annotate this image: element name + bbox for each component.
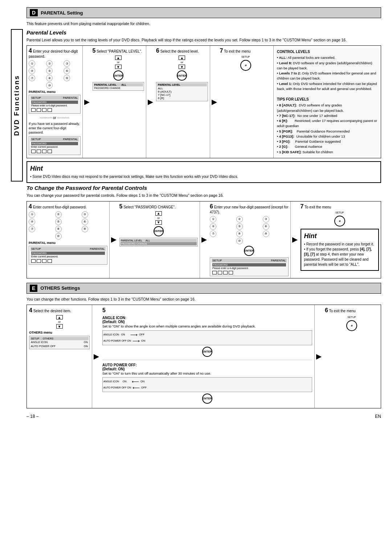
p-num9[interactable]: ⑨	[82, 226, 88, 232]
angle-off: OFF	[139, 333, 144, 336]
num0[interactable]: ⑩	[46, 82, 53, 89]
tip-adult: • 8 [ADULT]: DVD software of any grades …	[277, 103, 377, 113]
others-arrow2: ▶	[315, 305, 323, 408]
n-num8[interactable]: ⑧	[236, 231, 243, 237]
or-dots: ············ or ············	[29, 116, 81, 120]
step4-num: 4	[29, 48, 32, 54]
hint-text1: • Some DVD-Video discs may not respond t…	[30, 174, 377, 179]
n-num0[interactable]: ⑩	[236, 238, 243, 244]
down-btn3[interactable]: ▼	[155, 220, 162, 225]
step6-others-text: To exit the menu	[329, 309, 356, 313]
step6-pwd-num: 6	[210, 203, 213, 209]
num4[interactable]: ④	[29, 68, 35, 74]
auto-power-title: AUTO POWER OFF:	[102, 363, 312, 367]
num9[interactable]: ⑨	[64, 75, 70, 81]
p-num3[interactable]: ③	[82, 211, 88, 218]
angle-icon-section: ANGLE ICON: (Default: ON) Set to "ON" to…	[102, 316, 312, 357]
p-num8[interactable]: ⑧	[55, 226, 62, 232]
pwd-change-box: PARENTAL LEVEL ALL PASSWORD CHANGE	[119, 238, 198, 247]
arrow3: ▶	[210, 46, 218, 158]
level-8: • Level 8: DVD software of any grades (a…	[277, 61, 377, 71]
parental-levels-steps: 4 Enter your desired four-digit password…	[26, 45, 381, 158]
auto-off2: OFF	[141, 386, 147, 389]
parental-level-box1: PARENTAL LEVEL ALL PASSWORD CHANGE	[93, 82, 144, 91]
num2[interactable]: ②	[46, 60, 53, 67]
parental-hint-box: Hint • Some DVD-Video discs may not resp…	[26, 161, 381, 183]
enter-btn1[interactable]: ENTER	[113, 70, 123, 81]
parental-levels-subtitle: Parental Levels	[26, 29, 381, 36]
p-num2[interactable]: ②	[55, 211, 62, 218]
step7-num: 7	[220, 48, 223, 54]
parental-menu-label2: PARENTAL menu	[29, 241, 107, 245]
tip-g: • 2 [G]: General Audience	[277, 144, 377, 149]
n-num1[interactable]: ①	[210, 216, 216, 223]
auto-right-arrow: ⟶	[132, 338, 140, 344]
step4-text: Enter your desired four-digit password.	[29, 49, 78, 58]
up-btn2[interactable]: ▲	[179, 56, 185, 60]
step4-others-num: 4	[29, 307, 32, 313]
step5-parental: 5 Select "PARENTAL LEVEL". ▲ or ▼ ENTER …	[91, 46, 147, 158]
parental-menu-screen4: SETUPPARENTAL PASSWORD Please enter a 4-…	[210, 257, 289, 276]
step6-pwd: 6 Enter your new four-digit password (ex…	[208, 201, 291, 278]
step5-text: Select "PARENTAL LEVEL".	[97, 49, 142, 53]
num6[interactable]: ⑥	[64, 68, 70, 74]
n-num6[interactable]: ⑥	[263, 223, 269, 230]
n-num9[interactable]: ⑨	[263, 231, 269, 237]
step7-pwd-text: To exit the menu	[305, 205, 331, 209]
setup-btn2[interactable]: ⌀	[334, 216, 345, 227]
up-btn[interactable]: ▲	[115, 56, 122, 60]
step4-parental: 4 Enter your desired four-digit password…	[27, 46, 83, 158]
p-num1[interactable]: ①	[29, 211, 35, 218]
step4-pwd-num: 4	[29, 203, 32, 209]
step4-pwd-numpad: ① ② ③ ④ ⑤ ⑥ ⑦ ⑧ ⑨ ⑩	[29, 211, 107, 240]
footer-page: – 18 –	[26, 414, 38, 419]
step6-updown: ▲ or ▼	[156, 56, 208, 69]
n-num2[interactable]: ②	[236, 216, 243, 223]
step5-pwd-text: Select "PASSWORD CHANGE".	[123, 205, 176, 209]
up-btn3[interactable]: ▲	[155, 211, 162, 216]
pwd-boxes1	[31, 108, 78, 112]
parental-levels-desc: Parental Level allows you to set the rat…	[26, 37, 381, 43]
num5[interactable]: ⑤	[46, 68, 53, 74]
down-btn4[interactable]: ▼	[56, 324, 63, 329]
n-num4[interactable]: ④	[210, 223, 216, 230]
step5-pwd-num: 5	[119, 203, 123, 209]
auto-toggle-box: ANGLE ICON ON ⟵ ON AUTO POWER OFF ON ⟵ O…	[102, 377, 312, 392]
num1[interactable]: ①	[29, 60, 35, 67]
step7-pwd-num: 7	[301, 203, 304, 209]
setup-btn1[interactable]: ⌀	[240, 60, 251, 71]
enter-btn4[interactable]: ENTER	[244, 246, 254, 256]
auto-power-desc: Set to "ON" to turn this unit off automa…	[102, 371, 312, 376]
num3[interactable]: ③	[64, 60, 70, 67]
p-num5[interactable]: ⑤	[55, 219, 62, 225]
p-num0[interactable]: ⑩	[55, 233, 62, 240]
tip-pg13: • 4 [PG13]: Unsuitable for children unde…	[277, 134, 377, 139]
n-num3[interactable]: ③	[263, 216, 269, 223]
num7[interactable]: ⑦	[29, 75, 35, 81]
step4-others-updown: ▲ or ▼	[29, 315, 90, 329]
setup-btn3[interactable]: ⌀	[346, 320, 357, 331]
angle-toggle-label2: ANGLE ICON ON	[103, 380, 129, 383]
n-num7[interactable]: ⑦	[210, 231, 216, 237]
down-btn[interactable]: ▼	[115, 65, 122, 69]
step5-num: 5	[93, 48, 96, 54]
n-num5[interactable]: ⑤	[236, 223, 243, 230]
auto-left-arrow: ⟵	[132, 385, 140, 391]
tip-pg: • 3 [PG]: Parental Guidance suggested	[277, 139, 377, 144]
p-num6[interactable]: ⑥	[82, 219, 88, 225]
enter-btn3[interactable]: ENTER	[154, 226, 164, 236]
angle-icon-title: ANGLE ICON:	[102, 316, 312, 320]
p-num7[interactable]: ⑦	[29, 226, 35, 232]
num8[interactable]: ⑧	[46, 75, 53, 81]
angle-icon-default: (Default: ON)	[102, 320, 312, 324]
up-btn4[interactable]: ▲	[56, 315, 63, 319]
auto-power-toggle-label: AUTO POWER OFF ON	[103, 339, 131, 342]
down-btn2[interactable]: ▼	[179, 65, 185, 69]
level-7-2: • Levels 7 to 2: Only DVD software inten…	[277, 71, 377, 81]
enter-btn2[interactable]: ENTER	[177, 70, 187, 81]
section-e-letter: E	[30, 285, 37, 292]
enter-btn5[interactable]: ENTER	[202, 347, 212, 357]
angle-icon-desc: Set to "ON" to show the angle icon when …	[102, 324, 312, 329]
p-num4[interactable]: ④	[29, 219, 35, 225]
enter-btn6[interactable]: ENTER	[202, 394, 212, 404]
